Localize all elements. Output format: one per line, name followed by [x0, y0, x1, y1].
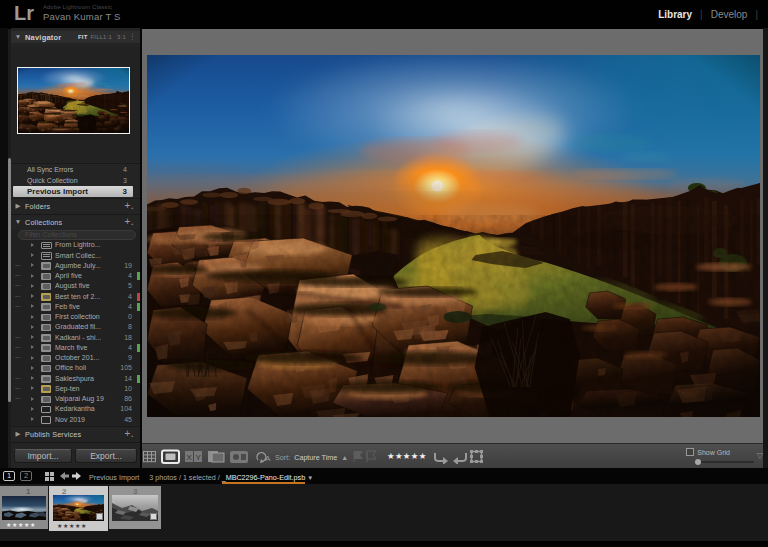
svg-text:Y: Y: [196, 453, 202, 462]
svg-text:A: A: [265, 454, 271, 463]
svg-text:X: X: [187, 453, 193, 462]
